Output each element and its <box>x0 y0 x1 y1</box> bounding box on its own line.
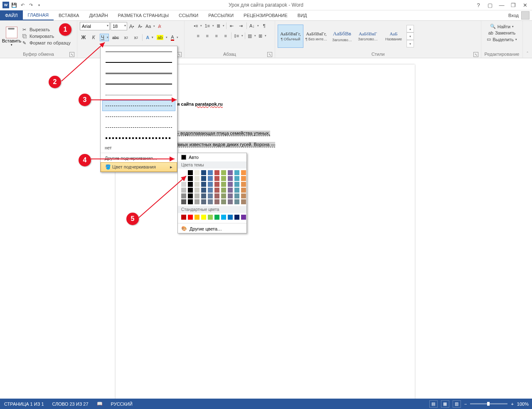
color-swatch[interactable] <box>221 176 226 181</box>
tab-insert[interactable]: ВСТАВКА <box>54 10 84 20</box>
redo-icon[interactable]: ↷ <box>27 2 34 8</box>
color-swatch[interactable] <box>228 182 233 187</box>
signin-link[interactable]: Вход <box>508 13 519 18</box>
shrink-font-button[interactable]: A▾ <box>136 22 144 30</box>
replace-button[interactable]: abЗаменить <box>488 30 516 35</box>
sort-button[interactable]: A↓ <box>249 22 259 30</box>
find-button[interactable]: 🔍Найти▾ <box>490 24 514 29</box>
help-button[interactable]: ? <box>474 1 483 9</box>
align-center-button[interactable]: ≡ <box>204 32 211 40</box>
subscript-button[interactable]: x2 <box>122 34 130 41</box>
tab-view[interactable]: ВИД <box>293 10 312 20</box>
color-swatch[interactable] <box>228 215 233 220</box>
web-layout-button[interactable]: ▥ <box>453 400 461 408</box>
color-swatch[interactable] <box>234 170 239 175</box>
collapse-ribbon-button[interactable]: ˆ <box>523 21 532 58</box>
color-swatch[interactable] <box>195 170 200 175</box>
word-count[interactable]: СЛОВО 23 ИЗ 27 <box>48 402 93 407</box>
tab-mailings[interactable]: РАССЫЛКИ <box>203 10 239 20</box>
tab-file[interactable]: ФАЙЛ <box>0 10 23 20</box>
font-color-button[interactable]: A <box>170 34 178 41</box>
color-swatch[interactable] <box>234 215 239 220</box>
color-swatch[interactable] <box>234 193 239 198</box>
show-marks-button[interactable]: ¶ <box>261 22 268 30</box>
color-swatch[interactable] <box>214 193 219 198</box>
color-swatch[interactable] <box>234 176 239 181</box>
highlight-button[interactable]: ab <box>156 34 167 41</box>
tab-home[interactable]: ГЛАВНАЯ <box>23 10 54 20</box>
style-title[interactable]: АаБНазвание <box>381 25 406 48</box>
color-swatch[interactable] <box>228 199 233 204</box>
color-swatch[interactable] <box>241 182 246 187</box>
color-swatch[interactable] <box>234 188 239 193</box>
color-swatch[interactable] <box>234 199 239 204</box>
color-swatch[interactable] <box>228 170 233 175</box>
undo-icon[interactable]: ↶ <box>19 2 26 8</box>
underline-dashdot[interactable] <box>102 111 175 122</box>
underline-wave[interactable] <box>102 133 175 144</box>
indent-decrease-button[interactable]: ⇤ <box>228 22 236 30</box>
color-swatch[interactable] <box>208 188 213 193</box>
color-swatch[interactable] <box>201 193 206 198</box>
color-swatch[interactable] <box>195 199 200 204</box>
paragraph-dialog-launcher[interactable]: ⤡ <box>267 52 272 57</box>
color-swatch[interactable] <box>241 193 246 198</box>
more-colors[interactable]: 🎨Другие цвета… <box>178 224 246 233</box>
tab-design[interactable]: ДИЗАЙН <box>84 10 113 20</box>
shading-button[interactable]: ▥ <box>247 32 256 40</box>
numbering-button[interactable]: 1≡ <box>204 22 214 30</box>
tab-layout[interactable]: РАЗМЕТКА СТРАНИЦЫ <box>113 10 174 20</box>
color-swatch[interactable] <box>195 188 200 193</box>
color-swatch[interactable] <box>195 215 200 220</box>
color-swatch[interactable] <box>221 215 226 220</box>
print-layout-button[interactable]: ▦ <box>441 400 449 408</box>
color-swatch[interactable] <box>241 170 246 175</box>
styles-dialog-launcher[interactable]: ⤡ <box>473 52 478 57</box>
underline-color[interactable]: 🪣 Цвет подчеркивания▸ <box>101 162 177 172</box>
color-swatch[interactable] <box>221 170 226 175</box>
style-heading2[interactable]: АаБбВвГЗаголово… <box>355 25 381 48</box>
read-mode-button[interactable]: ▤ <box>429 400 438 408</box>
color-swatch[interactable] <box>221 182 226 187</box>
color-swatch[interactable] <box>201 215 206 220</box>
qat-dropdown[interactable]: ▾ <box>36 2 42 8</box>
style-nospace[interactable]: АаБбВвГг,¶ Без инте… <box>303 25 329 48</box>
avatar-icon[interactable] <box>521 11 530 20</box>
align-left-button[interactable]: ≡ <box>195 32 202 40</box>
color-swatch[interactable] <box>201 199 206 204</box>
clear-format-button[interactable]: A̷ <box>156 22 163 30</box>
color-swatch[interactable] <box>195 176 200 181</box>
color-swatch[interactable] <box>214 199 219 204</box>
zoom-out-button[interactable]: − <box>464 402 467 407</box>
color-swatch[interactable] <box>214 215 219 220</box>
spellcheck-icon[interactable]: 📖 <box>93 401 107 407</box>
zoom-level[interactable]: 100% <box>517 402 529 407</box>
borders-button[interactable]: ⊞ <box>258 32 266 40</box>
zoom-slider[interactable] <box>470 403 507 404</box>
color-swatch[interactable] <box>221 193 226 198</box>
underline-heavy[interactable] <box>102 79 175 89</box>
font-size-combo[interactable]: 18▾ <box>111 22 127 30</box>
color-swatch[interactable] <box>241 188 246 193</box>
color-swatch[interactable] <box>214 182 219 187</box>
color-swatch[interactable] <box>228 176 233 181</box>
language-status[interactable]: РУССКИЙ <box>107 402 137 407</box>
color-swatch[interactable] <box>241 199 246 204</box>
color-swatch[interactable] <box>208 182 213 187</box>
color-swatch[interactable] <box>201 170 206 175</box>
underline-thick[interactable] <box>102 57 175 68</box>
color-swatch[interactable] <box>208 176 213 181</box>
indent-increase-button[interactable]: ⇥ <box>237 22 245 30</box>
multilevel-button[interactable]: ≣ <box>216 22 224 30</box>
color-swatch[interactable] <box>228 193 233 198</box>
zoom-in-button[interactable]: + <box>511 402 513 407</box>
color-swatch[interactable] <box>214 170 219 175</box>
text-effects-button[interactable]: A <box>145 34 153 41</box>
color-swatch[interactable] <box>208 199 213 204</box>
paste-button[interactable]: Вставить ▾ <box>2 26 21 47</box>
color-swatch[interactable] <box>201 182 206 187</box>
color-swatch[interactable] <box>195 182 200 187</box>
color-swatch[interactable] <box>214 188 219 193</box>
maximize-button[interactable]: ❐ <box>509 1 518 9</box>
color-swatch[interactable] <box>201 176 206 181</box>
